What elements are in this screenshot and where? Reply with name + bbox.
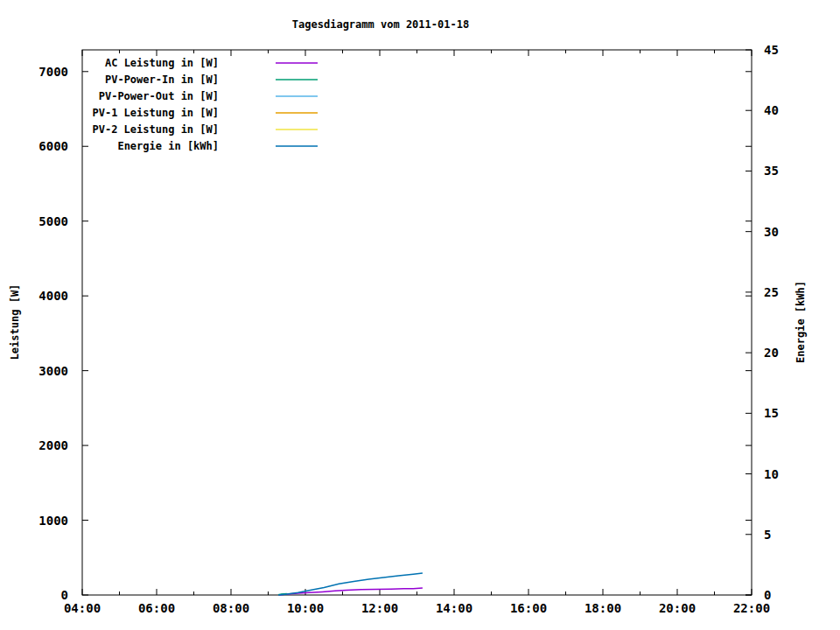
legend-label: PV-Power-Out in [W] bbox=[99, 90, 219, 102]
y-axis-label-left: Leistung [W] bbox=[9, 234, 23, 410]
x-tick-label: 12:00 bbox=[361, 601, 398, 615]
x-tick-label: 10:00 bbox=[287, 601, 324, 615]
chart-title: Tagesdiagramm vom 2011-01-18 bbox=[0, 18, 761, 31]
x-tick-label: 04:00 bbox=[64, 601, 101, 615]
y-right-tick-label: 0 bbox=[764, 588, 771, 602]
x-tick-label: 18:00 bbox=[584, 601, 621, 615]
y-axis-label-right: Energie [kWh] bbox=[794, 234, 808, 410]
y-right-tick-label: 5 bbox=[764, 528, 771, 542]
x-tick-label: 20:00 bbox=[659, 601, 696, 615]
x-tick-label: 14:00 bbox=[436, 601, 472, 615]
x-tick-label: 22:00 bbox=[733, 601, 770, 615]
y-left-tick-label: 4000 bbox=[38, 289, 68, 303]
legend-label: PV-Power-In in [W] bbox=[105, 74, 219, 86]
y-right-tick-label: 45 bbox=[764, 43, 779, 57]
y-left-tick-label: 2000 bbox=[38, 438, 68, 452]
y-right-tick-label: 35 bbox=[764, 164, 779, 178]
y-left-tick-label: 6000 bbox=[38, 139, 68, 153]
x-tick-label: 16:00 bbox=[510, 601, 547, 615]
series-line-6 bbox=[278, 573, 423, 595]
y-left-tick-label: 3000 bbox=[38, 364, 68, 378]
y-left-tick-label: 7000 bbox=[38, 65, 68, 79]
y-left-tick-label: 5000 bbox=[38, 214, 68, 228]
legend-label: PV-1 Leistung in [W] bbox=[93, 107, 220, 119]
y-right-tick-label: 10 bbox=[764, 467, 779, 481]
x-tick-label: 06:00 bbox=[138, 601, 175, 615]
legend-label: PV-2 Leistung in [W] bbox=[93, 123, 220, 136]
y-right-tick-label: 20 bbox=[764, 346, 779, 360]
y-right-tick-label: 25 bbox=[764, 285, 779, 299]
y-right-tick-label: 40 bbox=[764, 103, 779, 117]
legend-label: Energie in [kWh] bbox=[117, 140, 219, 152]
y-left-tick-label: 0 bbox=[61, 588, 68, 602]
y-right-tick-label: 30 bbox=[764, 225, 779, 239]
x-tick-label: 08:00 bbox=[213, 601, 249, 615]
y-right-tick-label: 15 bbox=[764, 406, 779, 420]
chart-canvas: 04:0006:0008:0010:0012:0014:0016:0018:00… bbox=[0, 0, 840, 630]
legend-label: AC Leistung in [W] bbox=[105, 57, 219, 69]
chart-plot-svg: 04:0006:0008:0010:0012:0014:0016:0018:00… bbox=[0, 0, 840, 630]
y-left-tick-label: 1000 bbox=[38, 514, 68, 528]
